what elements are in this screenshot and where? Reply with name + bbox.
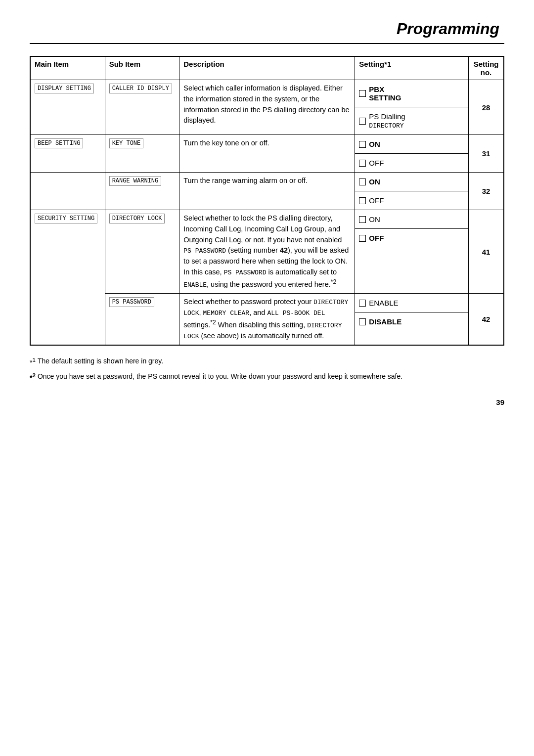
security-setting-label: SECURITY SETTING	[35, 214, 97, 223]
desc-ps-password: Select whether to password protect your …	[179, 294, 355, 345]
table-row: RANGE WARNING Turn the range warning ala…	[30, 173, 504, 210]
footnote-1-marker: *1	[30, 356, 36, 368]
desc-range-warning: Turn the range warning alarm on or off.	[179, 173, 355, 210]
setting-option-off-keytone: OFF	[359, 157, 464, 169]
sub-item-ps-password: PS PASSWORD	[105, 294, 179, 345]
setting-option-off-dirlock: OFF	[359, 232, 464, 244]
setting-enable-pspw: ENABLE	[355, 294, 468, 312]
setting-disable-pspw: DISABLE	[355, 312, 468, 331]
caller-id-disply-label: CALLER ID DISPLY	[109, 84, 172, 93]
footnote-1-text: The default setting is shown here in gre…	[38, 356, 163, 368]
range-warning-label: RANGE WARNING	[109, 176, 162, 186]
footnote-2-marker: *2	[30, 371, 36, 383]
setting-off-dirlock: OFF	[355, 229, 468, 247]
setting-option-enable-pspw: ENABLE	[359, 297, 464, 309]
desc-ps-password-text: Select whether to password protect your …	[183, 298, 348, 340]
page-title: Programming	[30, 20, 504, 38]
setting-option-ps-dialling: PS DiallingDIRECTORY	[359, 110, 464, 132]
checkbox-ps-dialling	[359, 118, 366, 125]
setting-on-key-tone: ON	[355, 135, 468, 154]
display-setting-label: DISPLAY SETTING	[35, 84, 94, 93]
setting-on-dirlock: ON	[355, 210, 468, 229]
setting-ps-password: ENABLE DISABLE	[355, 294, 469, 345]
checkbox-on-range	[359, 178, 366, 185]
main-item-security: SECURITY SETTING	[30, 210, 105, 345]
setting-option-on-dirlock: ON	[359, 213, 464, 225]
page-number: 39	[30, 398, 504, 406]
setting-caller-id: PBXSETTING PS DiallingDIRECTORY	[355, 80, 469, 135]
footnotes: *1 The default setting is shown here in …	[30, 356, 504, 383]
sub-item-key-tone: KEY TONE	[105, 135, 179, 173]
main-item-display: DISPLAY SETTING	[30, 80, 105, 135]
on-label-keytone: ON	[369, 140, 380, 148]
checkbox-enable-pspw	[359, 300, 366, 307]
desc-range-warning-text: Turn the range warning alarm on or off.	[183, 177, 308, 184]
sub-item-caller-id: CALLER ID DISPLY	[105, 80, 179, 135]
setting-off-range: OFF	[355, 191, 468, 210]
sub-item-directory-lock: DIRECTORY LOCK	[105, 210, 179, 294]
setting-range-warning: ON OFF	[355, 173, 469, 210]
setting-no-41: 41	[469, 210, 504, 294]
setting-on-range: ON	[355, 173, 468, 191]
directory-lock-label: DIRECTORY LOCK	[109, 214, 165, 223]
main-table: Main Item Sub Item Description Setting*1…	[30, 56, 504, 346]
footnote-2: *2 Once you have set a password, the PS …	[30, 371, 504, 383]
pbx-setting-label: PBXSETTING	[369, 85, 401, 102]
setting-no-31: 31	[469, 135, 504, 173]
off-label-dirlock: OFF	[369, 234, 384, 242]
ps-dialling-label: PS DiallingDIRECTORY	[369, 112, 405, 130]
footnote-2-text: Once you have set a password, the PS can…	[38, 371, 402, 383]
header-setting: Setting*1	[355, 56, 469, 80]
main-item-beep: BEEP SETTING	[30, 135, 105, 173]
setting-key-tone: ON OFF	[355, 135, 469, 173]
setting-no-32: 32	[469, 173, 504, 210]
ps-password-label: PS PASSWORD	[109, 297, 154, 307]
checkbox-off-dirlock	[359, 235, 366, 242]
setting-option-off-range: OFF	[359, 194, 464, 207]
off-label-keytone: OFF	[369, 159, 384, 167]
desc-directory-lock: Select whether to lock the PS dialling d…	[179, 210, 355, 294]
sub-item-range-warning: RANGE WARNING	[105, 173, 179, 210]
off-label-range: OFF	[369, 196, 384, 205]
header-main-item: Main Item	[30, 56, 105, 80]
header-description: Description	[179, 56, 355, 80]
checkbox-disable-pspw	[359, 318, 366, 325]
header-sub-item: Sub Item	[105, 56, 179, 80]
checkbox-pbx	[359, 90, 366, 97]
desc-key-tone: Turn the key tone on or off.	[179, 135, 355, 173]
main-item-range-empty	[30, 173, 105, 210]
enable-label-pspw: ENABLE	[369, 299, 398, 307]
checkbox-off-range	[359, 197, 366, 204]
desc-directory-lock-text: Select whether to lock the PS dialling d…	[183, 214, 349, 288]
on-label-dirlock: ON	[369, 215, 380, 223]
title-divider	[30, 43, 504, 44]
table-row: BEEP SETTING KEY TONE Turn the key tone …	[30, 135, 504, 173]
disable-label-pspw: DISABLE	[369, 317, 401, 326]
setting-option-pbx: PBXSETTING	[359, 83, 464, 104]
setting-no-28: 28	[469, 80, 504, 135]
setting-off-key-tone: OFF	[355, 154, 468, 172]
setting-ps-dialling: PS DiallingDIRECTORY	[355, 107, 468, 134]
checkbox-on-dirlock	[359, 216, 366, 223]
beep-setting-label: BEEP SETTING	[35, 138, 83, 148]
footnote-1: *1 The default setting is shown here in …	[30, 356, 504, 368]
on-label-range: ON	[369, 178, 380, 186]
setting-option-on-keytone: ON	[359, 138, 464, 150]
checkbox-off-keytone	[359, 160, 366, 167]
setting-option-on-range: ON	[359, 176, 464, 188]
table-row: DISPLAY SETTING CALLER ID DISPLY Select …	[30, 80, 504, 135]
header-setting-no: Settingno.	[469, 56, 504, 80]
key-tone-label: KEY TONE	[109, 138, 144, 148]
checkbox-on-keytone	[359, 141, 366, 148]
setting-directory-lock: ON OFF	[355, 210, 469, 294]
desc-caller-id: Select which caller information is displ…	[179, 80, 355, 135]
setting-option-disable-pspw: DISABLE	[359, 315, 464, 328]
table-row: SECURITY SETTING DIRECTORY LOCK Select w…	[30, 210, 504, 294]
desc-caller-id-text: Select which caller information is displ…	[183, 84, 349, 124]
setting-no-42: 42	[469, 294, 504, 345]
desc-key-tone-text: Turn the key tone on or off.	[183, 139, 269, 147]
setting-pbx: PBXSETTING	[355, 80, 468, 107]
